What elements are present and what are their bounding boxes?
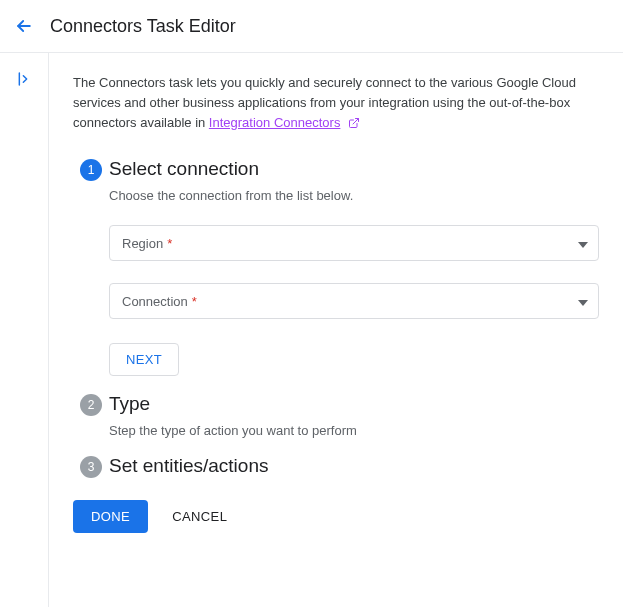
step-2: 2 Type Step the type of action you want … — [73, 394, 599, 456]
next-button[interactable]: NEXT — [109, 343, 179, 376]
step-1-title: Select connection — [109, 158, 599, 180]
step-2-title: Type — [109, 393, 599, 415]
region-select[interactable]: Region* — [109, 225, 599, 261]
step-3-badge: 3 — [80, 456, 102, 478]
chevron-down-icon — [578, 235, 588, 251]
step-3: 3 Set entities/actions — [73, 456, 599, 478]
chevron-down-icon — [578, 293, 588, 309]
footer-actions: DONE CANCEL — [73, 500, 599, 533]
step-1-subtitle: Choose the connection from the list belo… — [109, 188, 599, 203]
done-button[interactable]: DONE — [73, 500, 148, 533]
cancel-button[interactable]: CANCEL — [172, 509, 227, 524]
connection-select-label: Connection* — [122, 294, 197, 309]
connection-select[interactable]: Connection* — [109, 283, 599, 319]
step-2-badge: 2 — [80, 394, 102, 416]
page-title: Connectors Task Editor — [50, 16, 236, 37]
step-3-title: Set entities/actions — [109, 455, 599, 477]
editor-content: The Connectors task lets you quickly and… — [49, 53, 623, 607]
panel-toggle-icon[interactable] — [16, 71, 32, 90]
intro-text: The Connectors task lets you quickly and… — [73, 73, 599, 133]
back-arrow-icon[interactable] — [12, 14, 36, 38]
side-rail — [0, 53, 48, 607]
step-1: 1 Select connection Choose the connectio… — [73, 159, 599, 394]
step-1-badge: 1 — [80, 159, 102, 181]
svg-line-2 — [353, 119, 359, 125]
step-2-subtitle: Step the type of action you want to perf… — [109, 423, 599, 438]
region-select-label: Region* — [122, 236, 172, 251]
editor-header: Connectors Task Editor — [0, 0, 623, 53]
external-link-icon — [348, 117, 360, 129]
integration-connectors-link[interactable]: Integration Connectors — [209, 115, 341, 130]
